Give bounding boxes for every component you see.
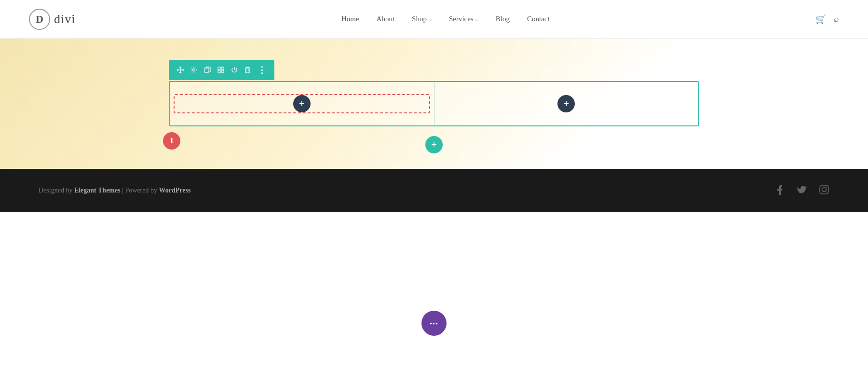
header: D divi Home About Shop ⌵ Services ⌵ Blog… [0, 0, 868, 39]
nav-blog[interactable]: Blog [496, 15, 510, 23]
add-module-button-left[interactable]: + [293, 95, 311, 112]
svg-point-7 [822, 187, 827, 192]
nav-icon-group: 🛒 ⌕ [815, 14, 839, 25]
logo-text: divi [54, 12, 75, 27]
logo-circle: D [29, 9, 50, 30]
main-nav: Home About Shop ⌵ Services ⌵ Blog Contac… [341, 15, 550, 23]
cart-icon: 🛒 [815, 14, 826, 25]
svg-rect-4 [218, 70, 220, 73]
move-icon[interactable] [174, 65, 187, 75]
add-row-button[interactable]: + [425, 136, 443, 153]
svg-rect-1 [204, 68, 209, 72]
cart-button[interactable]: 🛒 [815, 14, 826, 25]
add-module-button-right[interactable]: + [557, 95, 575, 112]
svg-rect-5 [221, 70, 224, 73]
duplicate-icon[interactable] [201, 65, 214, 75]
nav-services[interactable]: Services ⌵ [449, 15, 478, 23]
builder-row: + 1 + [169, 81, 699, 126]
footer: Designed by Elegant Themes | Powered by … [0, 169, 868, 212]
grid-icon[interactable] [214, 65, 228, 75]
badge-number: 1 [163, 132, 180, 150]
float-options-button[interactable]: ●●● [421, 311, 447, 336]
builder-row-wrapper: ⋮ + 1 + + [169, 81, 699, 126]
facebook-icon[interactable] [774, 184, 785, 197]
nav-about[interactable]: About [377, 15, 395, 23]
footer-social-icons [774, 184, 829, 197]
search-icon: ⌕ [834, 14, 839, 24]
add-row-bottom: + [425, 136, 443, 153]
instagram-icon[interactable] [819, 184, 829, 197]
power-icon[interactable] [228, 65, 241, 75]
svg-rect-2 [218, 67, 220, 69]
svg-rect-3 [221, 67, 224, 69]
more-options-icon[interactable]: ⋮ [254, 63, 270, 77]
services-chevron-icon: ⌵ [475, 16, 478, 22]
wordpress-link[interactable]: WordPress [159, 187, 191, 194]
svg-point-8 [827, 186, 827, 187]
delete-icon[interactable] [241, 65, 254, 75]
nav-contact[interactable]: Contact [527, 15, 550, 23]
search-button[interactable]: ⌕ [834, 14, 839, 24]
float-dots-icon: ●●● [430, 321, 438, 326]
builder-col-left: + 1 [170, 82, 434, 125]
nav-home[interactable]: Home [341, 15, 359, 23]
builder-col-right: + [434, 82, 699, 125]
settings-icon[interactable] [187, 65, 201, 75]
nav-shop[interactable]: Shop ⌵ [412, 15, 432, 23]
elegant-themes-link[interactable]: Elegant Themes [74, 187, 121, 194]
shop-chevron-icon: ⌵ [429, 16, 432, 22]
svg-rect-6 [820, 185, 828, 194]
main-content-area: ⋮ + 1 + + [0, 39, 868, 169]
left-col-dashed: + [174, 94, 430, 113]
builder-toolbar: ⋮ [169, 60, 274, 80]
svg-point-0 [193, 69, 195, 71]
logo-letter: D [36, 13, 43, 26]
twitter-icon[interactable] [797, 184, 807, 197]
logo[interactable]: D divi [29, 9, 75, 30]
footer-credit: Designed by Elegant Themes | Powered by … [39, 187, 190, 194]
